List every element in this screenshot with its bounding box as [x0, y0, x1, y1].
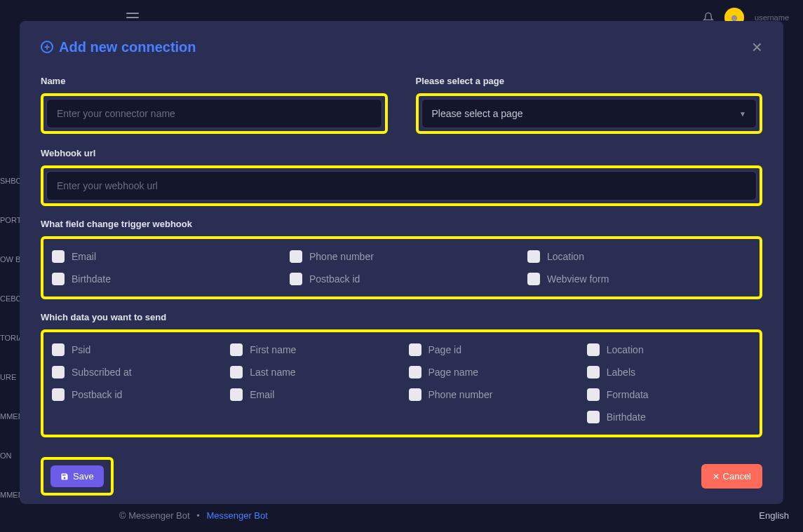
- checkbox-icon[interactable]: [527, 273, 540, 285]
- checkbox-icon[interactable]: [409, 388, 421, 401]
- plus-circle-icon: +: [41, 41, 53, 53]
- checkbox-icon[interactable]: [230, 343, 243, 356]
- webhook-url-input[interactable]: [46, 171, 757, 200]
- modal-title: + Add new connection: [41, 39, 196, 55]
- checkbox-icon[interactable]: [527, 250, 540, 263]
- send-location[interactable]: Location: [587, 343, 751, 356]
- webhook-highlight: [41, 165, 762, 206]
- footer-link[interactable]: Messenger Bot: [206, 510, 267, 521]
- checkbox-label: Subscribed at: [72, 367, 132, 378]
- checkbox-icon[interactable]: [290, 250, 302, 263]
- trigger-location[interactable]: Location: [527, 250, 751, 263]
- checkbox-icon[interactable]: [409, 366, 421, 378]
- send-email[interactable]: Email: [230, 388, 394, 401]
- checkbox-label: Last name: [250, 367, 295, 378]
- name-highlight: [41, 93, 388, 134]
- modal-title-text: Add new connection: [59, 39, 196, 55]
- name-label: Name: [41, 76, 388, 86]
- webhook-label: Webhook url: [41, 148, 762, 158]
- send-pageid[interactable]: Page id: [409, 343, 573, 356]
- checkbox-icon[interactable]: [52, 388, 65, 401]
- modal-header: + Add new connection ×: [41, 38, 762, 56]
- checkbox-label: Location: [607, 344, 644, 355]
- checkbox-icon[interactable]: [52, 273, 65, 285]
- checkbox-label: Phone number: [429, 389, 493, 400]
- save-icon: [60, 472, 69, 481]
- checkbox-label: Formdata: [607, 389, 649, 400]
- page-select[interactable]: Please select a page ▼: [421, 99, 757, 128]
- modal-footer: Save ✕ Cancel: [41, 457, 762, 496]
- checkbox-icon[interactable]: [587, 411, 600, 423]
- connector-name-input[interactable]: [46, 99, 382, 128]
- save-label: Save: [73, 471, 94, 482]
- save-button[interactable]: Save: [50, 465, 104, 487]
- send-lastname[interactable]: Last name: [230, 366, 394, 378]
- trigger-email[interactable]: Email: [52, 250, 276, 263]
- checkbox-label: Location: [547, 251, 584, 262]
- checkbox-label: Email: [72, 251, 96, 262]
- chevron-down-icon: ▼: [739, 110, 746, 118]
- checkbox-icon[interactable]: [230, 388, 243, 401]
- trigger-webview[interactable]: Webview form: [527, 273, 751, 285]
- page-select-label: Please select a page: [416, 76, 763, 86]
- send-phonenumber[interactable]: Phone number: [409, 388, 573, 401]
- checkbox-icon[interactable]: [409, 343, 421, 356]
- send-section-label: Which data you want to send: [41, 312, 762, 322]
- checkbox-icon[interactable]: [587, 366, 600, 378]
- save-highlight: Save: [41, 457, 114, 496]
- trigger-birthdate[interactable]: Birthdate: [52, 273, 276, 285]
- checkbox-icon[interactable]: [587, 388, 600, 401]
- close-icon: ×: [752, 36, 762, 57]
- send-highlight: Psid Subscribed at Postback id First nam…: [41, 329, 762, 437]
- checkbox-label: Page id: [429, 344, 461, 355]
- send-psid[interactable]: Psid: [52, 343, 216, 356]
- close-button[interactable]: ×: [752, 38, 762, 56]
- checkbox-label: Psid: [72, 344, 90, 355]
- checkbox-label: Email: [250, 389, 274, 400]
- page-highlight: Please select a page ▼: [416, 93, 763, 134]
- send-birthdate[interactable]: Birthdate: [587, 411, 751, 423]
- send-firstname[interactable]: First name: [230, 343, 394, 356]
- checkbox-label: Birthdate: [72, 273, 111, 285]
- checkbox-label: Birthdate: [607, 411, 646, 423]
- checkbox-label: Phone number: [309, 251, 374, 262]
- checkbox-label: Webview form: [547, 273, 609, 285]
- cancel-button[interactable]: ✕ Cancel: [701, 464, 762, 489]
- trigger-phone[interactable]: Phone number: [290, 250, 513, 263]
- checkbox-label: Postback id: [72, 389, 122, 400]
- checkbox-icon[interactable]: [52, 343, 65, 356]
- send-grid: Psid Subscribed at Postback id First nam…: [46, 335, 757, 432]
- cancel-label: Cancel: [723, 471, 751, 482]
- checkbox-icon[interactable]: [230, 366, 243, 378]
- send-pagename[interactable]: Page name: [409, 366, 573, 378]
- trigger-grid: Email Phone number Location Birthdate Po…: [46, 242, 757, 294]
- trigger-highlight: Email Phone number Location Birthdate Po…: [41, 236, 762, 299]
- trigger-postback[interactable]: Postback id: [290, 273, 513, 285]
- checkbox-label: First name: [250, 344, 296, 355]
- checkbox-icon[interactable]: [52, 250, 65, 263]
- checkbox-icon[interactable]: [52, 366, 65, 378]
- send-labels[interactable]: Labels: [587, 366, 751, 378]
- checkbox-label: Postback id: [309, 273, 360, 285]
- send-postback[interactable]: Postback id: [52, 388, 216, 401]
- send-subscribed[interactable]: Subscribed at: [52, 366, 216, 378]
- send-formdata[interactable]: Formdata: [587, 388, 751, 401]
- checkbox-icon[interactable]: [290, 273, 302, 285]
- add-connection-modal: + Add new connection × Name Please selec…: [20, 21, 783, 504]
- cancel-x-icon: ✕: [713, 472, 720, 482]
- footer-copyright: © Messenger Bot • Messenger Bot: [119, 510, 268, 521]
- page-select-value: Please select a page: [432, 108, 523, 119]
- trigger-section-label: What field change trigger webhook: [41, 219, 762, 229]
- checkbox-icon[interactable]: [587, 343, 600, 356]
- checkbox-label: Page name: [429, 367, 479, 378]
- checkbox-label: Labels: [607, 367, 635, 378]
- language-selector[interactable]: English: [759, 510, 789, 521]
